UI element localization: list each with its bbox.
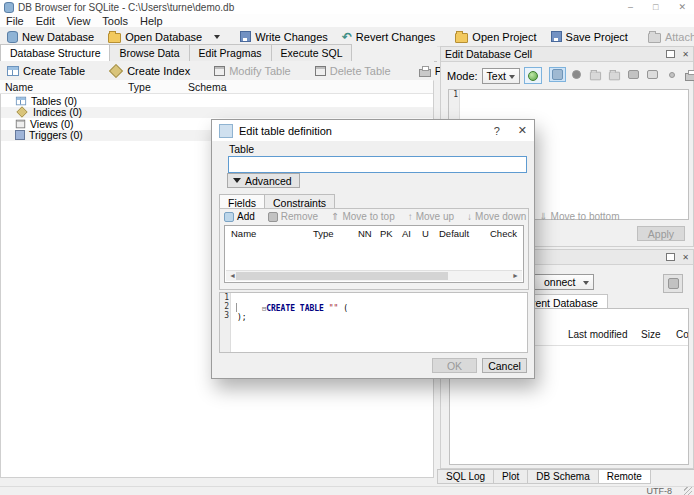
move-to-bottom-icon: ⇓ bbox=[539, 211, 547, 222]
apply-changes-icon bbox=[528, 71, 538, 81]
set-null-icon bbox=[669, 72, 675, 78]
maximize-icon[interactable]: □ bbox=[653, 2, 658, 12]
tab-database-structure[interactable]: Database Structure bbox=[0, 44, 110, 62]
tab-edit-pragmas[interactable]: Edit Pragmas bbox=[189, 44, 272, 61]
structure-toolbar: Create Table Create Index Modify Table D… bbox=[0, 61, 434, 81]
grid-col-ai[interactable]: AI bbox=[402, 228, 411, 239]
close-icon[interactable]: ✕ bbox=[678, 2, 686, 12]
fullscreen-button[interactable] bbox=[644, 67, 661, 82]
modify-table-button: Modify Table bbox=[207, 62, 298, 79]
grid-col-type[interactable]: Type bbox=[313, 228, 334, 239]
fields-grid[interactable]: Name Type NN PK AI U Default Check ◄ ► bbox=[224, 225, 524, 283]
save-as-button[interactable] bbox=[625, 67, 642, 82]
attach-database-button: Attach Database bbox=[641, 28, 694, 45]
minimize-icon[interactable]: – bbox=[628, 2, 633, 12]
revert-changes-button[interactable]: ↶ Revert Changes bbox=[335, 28, 443, 45]
export-cell-button[interactable] bbox=[606, 67, 623, 82]
dialog-close-icon[interactable]: ✕ bbox=[518, 124, 527, 137]
resize-grip[interactable] bbox=[684, 487, 692, 495]
app-icon bbox=[4, 2, 14, 13]
export-icon bbox=[609, 71, 620, 80]
write-changes-button[interactable]: Write Changes bbox=[233, 28, 335, 45]
menu-edit[interactable]: Edit bbox=[30, 15, 61, 27]
views-icon bbox=[16, 119, 25, 128]
set-null-button[interactable] bbox=[663, 67, 680, 82]
mode-dropdown[interactable]: Text bbox=[482, 68, 520, 84]
grid-col-u[interactable]: U bbox=[422, 228, 429, 239]
float-panel-icon[interactable] bbox=[666, 253, 675, 261]
scroll-left-icon[interactable]: ◄ bbox=[229, 272, 236, 280]
remote-column-commit[interactable]: Commit bbox=[676, 329, 689, 340]
main-tab-bar: Database Structure Browse Data Edit Prag… bbox=[0, 46, 437, 62]
horizontal-scrollbar[interactable]: ◄ ► bbox=[226, 270, 522, 281]
grid-col-name[interactable]: Name bbox=[231, 228, 256, 239]
edit-table-definition-dialog: Edit table definition ? ✕ Table Advanced… bbox=[211, 119, 535, 379]
tab-browse-data[interactable]: Browse Data bbox=[109, 44, 189, 61]
tables-icon bbox=[16, 96, 26, 105]
advanced-button[interactable]: Advanced bbox=[227, 173, 300, 188]
binary-mode-button[interactable] bbox=[568, 67, 585, 82]
menu-bar: File Edit View Tools Help bbox=[0, 14, 694, 27]
tree-item-indices[interactable]: Indices (0) bbox=[1, 107, 433, 118]
open-project-icon bbox=[455, 33, 468, 43]
print-icon bbox=[419, 69, 431, 77]
edit-cell-panel-title: Edit Database Cell bbox=[445, 48, 532, 60]
text-mode-button[interactable] bbox=[549, 67, 566, 82]
dialog-help-icon[interactable]: ? bbox=[494, 125, 500, 137]
import-cell-button[interactable] bbox=[587, 67, 604, 82]
text-mode-icon bbox=[552, 69, 563, 80]
column-header-type[interactable]: Type bbox=[128, 81, 151, 93]
save-project-button[interactable]: Save Project bbox=[544, 28, 635, 45]
save-project-icon bbox=[551, 31, 562, 42]
move-to-bottom-button: ⇓ Move to bottom bbox=[539, 211, 619, 222]
create-table-icon bbox=[7, 66, 19, 76]
menu-view[interactable]: View bbox=[61, 15, 97, 27]
scroll-right-icon[interactable]: ► bbox=[512, 272, 519, 280]
apply-changes-button[interactable] bbox=[524, 67, 542, 84]
tree-item-tables[interactable]: Tables (0) bbox=[1, 95, 433, 106]
sql-close-line: ); bbox=[237, 313, 247, 322]
cancel-button[interactable]: Cancel bbox=[482, 358, 527, 373]
indices-icon bbox=[16, 106, 27, 117]
move-down-icon: ↓ bbox=[467, 211, 472, 222]
float-panel-icon[interactable] bbox=[666, 50, 675, 58]
column-header-name[interactable]: Name bbox=[5, 81, 33, 93]
open-project-button[interactable]: Open Project bbox=[448, 28, 543, 45]
create-table-button[interactable]: Create Table bbox=[0, 62, 92, 79]
close-panel-icon[interactable]: ✕ bbox=[682, 253, 689, 262]
close-panel-icon[interactable]: ✕ bbox=[682, 50, 689, 59]
title-bar: DB Browser for SQLite - C:\Users\turne\d… bbox=[0, 0, 694, 14]
sql-keyword: CREATE TABLE bbox=[266, 304, 324, 313]
tab-sql-log[interactable]: SQL Log bbox=[437, 470, 494, 484]
grid-col-default[interactable]: Default bbox=[439, 228, 469, 239]
print-cell-button[interactable] bbox=[682, 67, 694, 82]
connect-remote-button[interactable] bbox=[663, 274, 683, 293]
open-database-button[interactable]: Open Database bbox=[101, 28, 227, 45]
scrollbar-thumb[interactable] bbox=[236, 272, 448, 280]
tab-execute-sql[interactable]: Execute SQL bbox=[271, 44, 353, 61]
menu-tools[interactable]: Tools bbox=[96, 15, 134, 27]
table-label: Table bbox=[229, 143, 254, 155]
add-field-button[interactable]: Add bbox=[224, 211, 255, 222]
save-as-icon bbox=[628, 70, 639, 79]
tab-db-schema[interactable]: DB Schema bbox=[527, 470, 598, 484]
menu-help[interactable]: Help bbox=[134, 15, 169, 27]
encoding-indicator[interactable]: UTF-8 bbox=[647, 486, 673, 495]
grid-col-check[interactable]: Check bbox=[490, 228, 517, 239]
column-header-schema[interactable]: Schema bbox=[188, 81, 227, 93]
menu-file[interactable]: File bbox=[0, 15, 30, 27]
remote-column-last-modified[interactable]: Last modified bbox=[568, 329, 627, 340]
tab-plot[interactable]: Plot bbox=[493, 470, 528, 484]
remote-column-size[interactable]: Size bbox=[641, 329, 660, 340]
cell-editor-line-number: 1 bbox=[453, 90, 458, 99]
create-index-button[interactable]: Create Index bbox=[102, 62, 197, 79]
tab-remote[interactable]: Remote bbox=[598, 470, 651, 484]
remove-field-button: Remove bbox=[268, 211, 318, 222]
grid-col-nn[interactable]: NN bbox=[358, 228, 372, 239]
new-database-button[interactable]: New Database bbox=[0, 28, 101, 45]
table-name-input[interactable] bbox=[228, 156, 527, 173]
grid-col-pk[interactable]: PK bbox=[380, 228, 393, 239]
fields-tab-panel: Add Remove ⇑ Move to top ↑ Move up ↓ Mov… bbox=[219, 208, 529, 290]
move-down-button: ↓ Move down bbox=[467, 211, 526, 222]
open-database-dropdown-icon[interactable] bbox=[214, 35, 220, 39]
